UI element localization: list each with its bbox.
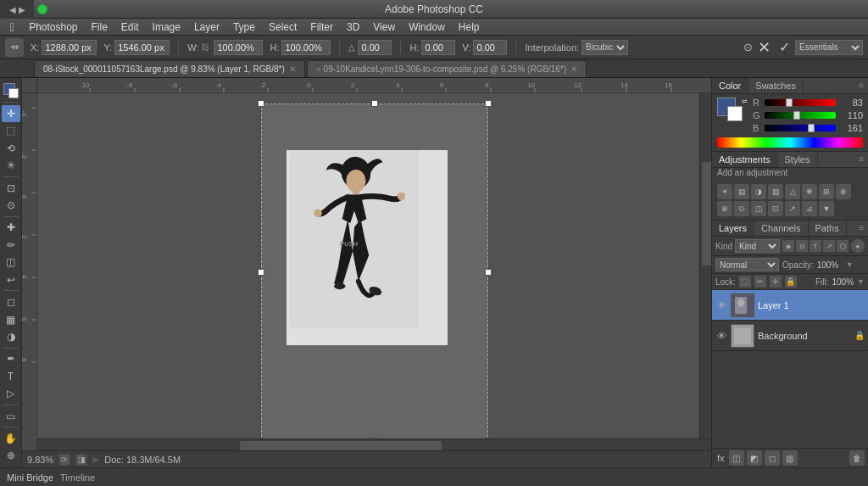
add-mask-button[interactable]: ◫: [729, 450, 744, 466]
tab-document-2[interactable]: ○ 09-10KandiceLynn19-306-to-composite.ps…: [307, 60, 587, 77]
lock-pixels[interactable]: ⬚: [739, 276, 751, 288]
layer-item-background[interactable]: 👁 Background 🔒: [712, 321, 868, 351]
canvas-scrollbar-horizontal[interactable]: [37, 439, 711, 450]
tab-arrow-right[interactable]: ▶: [19, 5, 25, 14]
opacity-dropdown[interactable]: ▼: [846, 260, 854, 269]
adj-gradient-map[interactable]: ▼: [819, 201, 834, 216]
zoom-tool[interactable]: ⊕: [2, 448, 20, 464]
tab-close-1[interactable]: ✕: [289, 64, 296, 74]
filter-toggle[interactable]: ●: [851, 239, 865, 253]
menu-help[interactable]: Help: [453, 20, 486, 35]
layer-item-layer1[interactable]: 👁 Layer 1: [712, 290, 868, 321]
maximize-button[interactable]: [37, 4, 47, 14]
b-slider-track[interactable]: [765, 125, 836, 131]
tab-document-1[interactable]: 08-iStock_000011057163Large.psd @ 9.83% …: [34, 60, 305, 77]
interpolation-select[interactable]: Bicubic: [581, 40, 628, 55]
commit-transform-button[interactable]: ✓: [779, 39, 790, 55]
adj-color-lookup[interactable]: ◫: [751, 201, 766, 216]
adj-posterize[interactable]: ↗: [785, 201, 800, 216]
adj-bw[interactable]: ⊕: [836, 184, 851, 199]
g-slider-track[interactable]: [765, 112, 836, 119]
layers-panel-menu[interactable]: ≡: [854, 221, 868, 236]
brush-tool[interactable]: ✏: [2, 237, 20, 253]
skew-h-input[interactable]: [421, 40, 455, 55]
tab-arrow-left[interactable]: ◀: [9, 5, 16, 14]
canvas-scrollbar-vertical[interactable]: [699, 93, 711, 439]
delete-layer-button[interactable]: 🗑: [849, 450, 865, 466]
menu-window[interactable]: Window: [403, 20, 451, 35]
r-slider-track[interactable]: [765, 99, 836, 106]
kind-select[interactable]: Kind: [735, 239, 780, 253]
menu-edit[interactable]: Edit: [115, 20, 145, 35]
marquee-tool[interactable]: ⬚: [2, 123, 20, 139]
rotation-input[interactable]: [358, 40, 392, 55]
rectangle-tool[interactable]: ▭: [2, 408, 20, 424]
transform-handle-top-left[interactable]: [258, 100, 264, 107]
background-color-swatch[interactable]: [727, 106, 743, 121]
menu-layer[interactable]: Layer: [188, 20, 225, 35]
x-input[interactable]: [42, 40, 97, 55]
background-color[interactable]: [8, 88, 19, 98]
tab-layers[interactable]: Layers: [712, 221, 754, 236]
eyedropper-tool[interactable]: ⊙: [2, 197, 20, 213]
adj-colorbalance[interactable]: ⊞: [819, 184, 834, 199]
menu-type[interactable]: Type: [227, 20, 261, 35]
filter-type[interactable]: T: [810, 240, 821, 252]
foreground-background-colors[interactable]: [2, 81, 20, 98]
menu-3d[interactable]: 3D: [341, 20, 365, 35]
eraser-tool[interactable]: ◻: [2, 293, 20, 310]
cancel-transform-button[interactable]: ✕: [758, 38, 771, 57]
crop-tool[interactable]: ⊡: [2, 180, 20, 196]
options-icon1[interactable]: ⊙: [743, 41, 753, 53]
timeline-tab[interactable]: Timeline: [60, 472, 95, 483]
adjustments-panel-menu[interactable]: ≡: [854, 152, 868, 167]
tab-swatches[interactable]: Swatches: [748, 78, 804, 93]
clone-stamp-tool[interactable]: ◫: [2, 254, 20, 271]
transform-handle-middle-left[interactable]: [258, 269, 264, 276]
canvas-document[interactable]: PUSH: [37, 93, 711, 450]
type-tool[interactable]: T: [2, 368, 20, 384]
menu-view[interactable]: View: [367, 20, 401, 35]
dodge-tool[interactable]: ◑: [2, 328, 20, 344]
layer-fx-button[interactable]: fx: [715, 453, 726, 463]
r-slider-thumb[interactable]: [786, 98, 793, 107]
menu-select[interactable]: Select: [263, 20, 303, 35]
adj-levels[interactable]: ▤: [734, 184, 749, 199]
add-adjustment-button[interactable]: ◩: [747, 450, 762, 466]
tab-paths[interactable]: Paths: [809, 221, 847, 236]
adj-exposure[interactable]: ▨: [768, 184, 783, 199]
g-slider-thumb[interactable]: [793, 111, 800, 120]
tab-styles[interactable]: Styles: [778, 152, 818, 167]
b-slider-thumb[interactable]: [808, 124, 815, 132]
lock-all[interactable]: 🔒: [785, 276, 797, 288]
blend-mode-select[interactable]: Normal: [715, 258, 779, 271]
adj-vibrance[interactable]: △: [785, 184, 800, 199]
add-group-button[interactable]: ◻: [765, 450, 780, 466]
adj-threshold[interactable]: ⊿: [802, 201, 817, 216]
path-select-tool[interactable]: ▷: [2, 385, 20, 401]
switch-colors-icon[interactable]: ⇄: [742, 98, 748, 105]
color-spectrum[interactable]: [717, 137, 863, 148]
canvas-nav-btn-1[interactable]: ⟳: [58, 454, 70, 466]
skew-v-input[interactable]: [473, 40, 507, 55]
transform-handle-top-right[interactable]: [485, 100, 492, 107]
mini-bridge-tab[interactable]: Mini Bridge: [7, 472, 53, 483]
filter-shape[interactable]: ↗: [823, 240, 835, 252]
color-panel-menu[interactable]: ≡: [854, 78, 868, 93]
filter-smart[interactable]: ⬡: [837, 240, 849, 252]
menu-photoshop[interactable]: Photoshop: [23, 20, 83, 35]
fill-dropdown[interactable]: ▼: [857, 277, 865, 286]
gradient-tool[interactable]: ▦: [2, 311, 20, 327]
magic-wand-tool[interactable]: ✳: [2, 158, 20, 174]
hand-tool[interactable]: ✋: [2, 430, 20, 446]
menu-filter[interactable]: Filter: [304, 20, 339, 35]
apple-menu[interactable]: : [3, 20, 21, 34]
transform-handle-middle-right[interactable]: [485, 269, 492, 276]
workspace-select[interactable]: Essentials: [795, 40, 863, 55]
adj-photo[interactable]: ⊗: [717, 201, 732, 216]
menu-image[interactable]: Image: [147, 20, 186, 35]
h-input[interactable]: [281, 40, 331, 55]
move-tool[interactable]: ✛: [2, 105, 20, 121]
lasso-tool[interactable]: ⟲: [2, 140, 20, 156]
adj-channel-mixer[interactable]: ⊙: [734, 201, 749, 216]
